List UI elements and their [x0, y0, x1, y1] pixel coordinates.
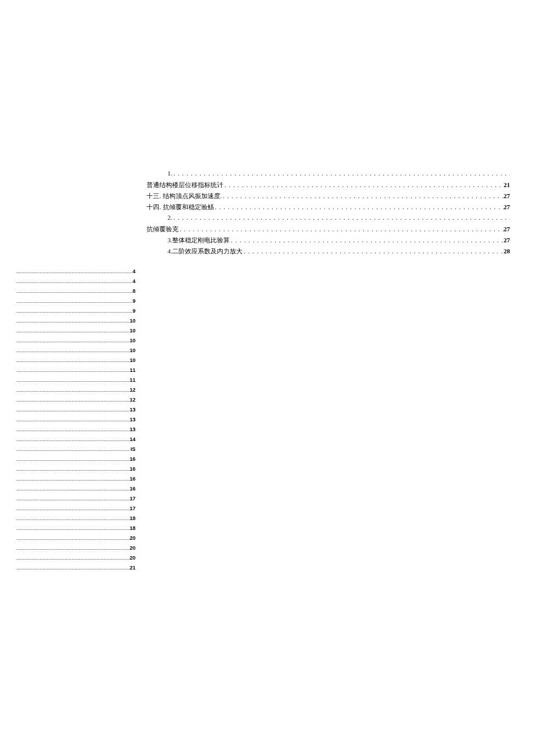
toc-entry-label: 4.二阶效应系数及内力放大 — [167, 247, 242, 256]
toc-leader-dots: ........................................… — [16, 545, 130, 551]
toc-entry-page: 12 — [130, 397, 135, 403]
toc-leader-dots: . . . . . . . . . . . . . . . . . . . . … — [214, 203, 504, 210]
toc-entry-page: 20 — [130, 545, 135, 551]
toc-entry-label: 普通结构楼层位移指标统计 — [147, 181, 223, 189]
toc-leader-dots: ........................................… — [16, 555, 130, 561]
toc-leader-dots: . . . . . . . . . . . . . . . . . . . . … — [222, 192, 504, 199]
toc-entry-label: 3.整体稳定刚电比验算 — [167, 236, 230, 245]
toc-entry-page: 10 — [130, 347, 135, 353]
toc-entry: ........................................… — [16, 347, 135, 357]
toc-entry: ........................................… — [16, 506, 135, 515]
toc-entry-label: 十三. 结构顶点风振加速度. — [147, 192, 222, 200]
toc-leader-dots: ........................................… — [16, 288, 133, 294]
toc-entry-page: 8 — [133, 288, 135, 294]
page: 1.. . . . . . . . . . . . . . . . . . . … — [0, 0, 535, 756]
toc-entry: ........................................… — [16, 466, 135, 476]
toc-entry: 2.. . . . . . . . . . . . . . . . . . . … — [147, 214, 510, 224]
toc-entry: 1.. . . . . . . . . . . . . . . . . . . … — [147, 170, 510, 180]
toc-entry: ........................................… — [16, 387, 135, 397]
toc-leader-dots: ........................................… — [16, 427, 130, 432]
toc-entry: ........................................… — [16, 288, 135, 298]
toc-leader-dots: ........................................… — [16, 456, 130, 462]
toc-entry-page: 27 — [504, 225, 510, 232]
toc-entry: ........................................… — [16, 328, 135, 338]
toc-left-block: ........................................… — [16, 268, 135, 575]
toc-entry: ........................................… — [16, 545, 135, 555]
toc-leader-dots: . . . . . . . . . . . . . . . . . . . . … — [172, 214, 510, 221]
toc-entry: ........................................… — [16, 397, 135, 407]
toc-entry-page: 14 — [130, 436, 135, 442]
toc-entry-page: 21 — [130, 565, 135, 571]
toc-leader-dots: ........................................… — [16, 397, 130, 403]
toc-entry: ........................................… — [16, 515, 135, 525]
toc-entry: 4.二阶效应系数及内力放大. . . . . . . . . . . . . .… — [147, 247, 510, 257]
toc-entry-label: 抗倾覆验克 — [147, 225, 179, 234]
toc-entry: ........................................… — [16, 417, 135, 427]
toc-leader-dots: . . . . . . . . . . . . . . . . . . . . … — [230, 237, 504, 243]
toc-leader-dots: . . . . . . . . . . . . . . . . . . . . … — [242, 248, 504, 255]
toc-entry: ........................................… — [16, 268, 135, 278]
toc-entry-page: 13 — [130, 417, 135, 422]
toc-entry-page: 28 — [504, 248, 510, 255]
toc-entry-page: IS — [130, 446, 135, 452]
toc-entry-page: 27 — [504, 192, 510, 199]
toc-entry: ........................................… — [16, 565, 135, 575]
toc-entry-page: 13 — [130, 407, 135, 413]
toc-entry: ........................................… — [16, 377, 135, 387]
toc-entry-label: 1. — [167, 170, 172, 177]
toc-entry: ........................................… — [16, 367, 135, 377]
toc-entry-page: 11 — [130, 377, 135, 383]
toc-leader-dots: ........................................… — [16, 318, 130, 324]
toc-entry-label: 十四. 抗倾覆和稳定验鯀 — [147, 203, 214, 212]
toc-leader-dots: ........................................… — [16, 387, 130, 393]
toc-leader-dots: ........................................… — [16, 565, 130, 571]
toc-leader-dots: ........................................… — [16, 278, 133, 284]
toc-entry-page: 10 — [130, 328, 135, 334]
toc-entry: ........................................… — [16, 476, 135, 486]
toc-leader-dots: ........................................… — [16, 367, 130, 373]
toc-entry: ........................................… — [16, 456, 135, 466]
toc-entry: 十三. 结构顶点风振加速度.. . . . . . . . . . . . . … — [147, 192, 510, 202]
toc-leader-dots: ........................................… — [16, 377, 130, 383]
toc-entry-page: 16 — [130, 466, 135, 472]
toc-leader-dots: . . . . . . . . . . . . . . . . . . . . … — [172, 170, 510, 177]
toc-entry: ........................................… — [16, 555, 135, 565]
toc-entry: ........................................… — [16, 535, 135, 545]
toc-entry-page: 10 — [130, 338, 135, 343]
toc-entry-page: 12 — [130, 387, 135, 393]
toc-entry: ........................................… — [16, 278, 135, 288]
toc-entry-page: 27 — [504, 203, 510, 210]
toc-entry: ........................................… — [16, 496, 135, 506]
toc-entry-page: 27 — [504, 237, 510, 243]
toc-leader-dots: ........................................… — [16, 515, 130, 521]
toc-leader-dots: ........................................… — [16, 476, 130, 482]
toc-entry: ........................................… — [16, 525, 135, 535]
toc-entry-page: 4 — [133, 268, 135, 274]
toc-entry: ........................................… — [16, 308, 135, 318]
toc-leader-dots: ........................................… — [16, 407, 130, 413]
toc-leader-dots: ........................................… — [16, 417, 130, 422]
toc-entry-page: 18 — [130, 525, 135, 531]
toc-leader-dots: ........................................… — [16, 446, 130, 452]
toc-entry-page: 10 — [130, 318, 135, 324]
toc-leader-dots: ........................................… — [16, 525, 130, 531]
toc-entry: ........................................… — [16, 486, 135, 496]
toc-entry: 普通结构楼层位移指标统计. . . . . . . . . . . . . . … — [147, 181, 510, 191]
toc-leader-dots: ........................................… — [16, 496, 130, 501]
toc-entry-page: 17 — [130, 506, 135, 511]
toc-leader-dots: . . . . . . . . . . . . . . . . . . . . … — [179, 225, 504, 232]
toc-entry: 十四. 抗倾覆和稳定验鯀. . . . . . . . . . . . . . … — [147, 203, 510, 213]
toc-entry: ........................................… — [16, 318, 135, 328]
toc-entry-page: 21 — [504, 181, 510, 188]
toc-entry: ........................................… — [16, 407, 135, 417]
toc-leader-dots: ........................................… — [16, 506, 130, 511]
toc-leader-dots: ........................................… — [16, 338, 130, 343]
toc-leader-dots: . . . . . . . . . . . . . . . . . . . . … — [223, 181, 504, 188]
toc-leader-dots: ........................................… — [16, 357, 130, 363]
toc-leader-dots: ........................................… — [16, 298, 133, 304]
toc-entry: ........................................… — [16, 446, 135, 456]
toc-entry: ........................................… — [16, 338, 135, 347]
toc-entry: ........................................… — [16, 427, 135, 436]
toc-entry-page: 9 — [133, 298, 135, 304]
toc-entry: 抗倾覆验克. . . . . . . . . . . . . . . . . .… — [147, 225, 510, 235]
